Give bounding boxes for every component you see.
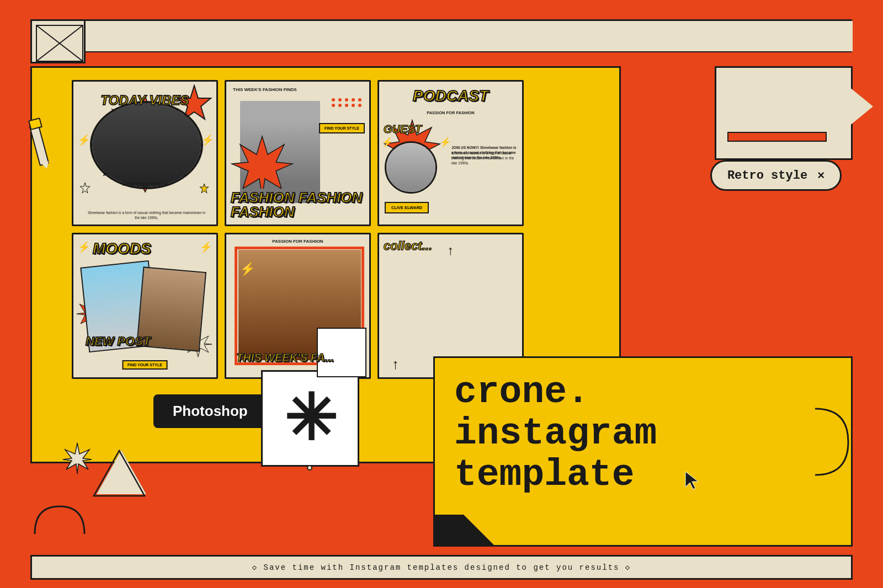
- card-5-text: This Week's Fa...: [236, 351, 334, 364]
- card-3-portrait: [385, 141, 437, 194]
- photoshop-button[interactable]: Photoshop: [153, 394, 267, 428]
- card-4-subtitle: NEW POST: [86, 334, 150, 349]
- photoshop-label: Photoshop: [173, 403, 248, 419]
- asterisk-box: ✳: [261, 370, 359, 467]
- asterisk-icon: ✳: [284, 387, 337, 450]
- card-4-badge: FIND YOUR STYLE: [122, 360, 168, 370]
- up-arrow-icon: ↑: [448, 243, 454, 258]
- card-2-badge: FIND YOUR STYLE: [319, 123, 365, 133]
- triangle-border-icon: [93, 450, 146, 497]
- dot: [338, 104, 342, 107]
- dot: [358, 98, 361, 101]
- card-3-name-badge: CLIVE ELWARD: [385, 202, 429, 213]
- starburst-fashion-icon: [229, 133, 295, 189]
- lightning-left-icon: ⚡: [78, 134, 90, 146]
- card-4-title: MOODS: [93, 240, 151, 258]
- svg-rect-14: [86, 21, 853, 51]
- small-dot-icon: [307, 465, 312, 471]
- dot: [358, 104, 361, 107]
- dot: [352, 98, 355, 101]
- dots-pattern: [332, 98, 363, 107]
- yellow-star-icon: [199, 183, 210, 194]
- card-3-passion: PASSION FOR FASHION: [427, 110, 475, 115]
- card-1-model-image: [90, 101, 203, 189]
- retro-style-badge[interactable]: Retro style ×: [710, 160, 842, 191]
- svg-marker-5: [80, 183, 90, 193]
- dot: [345, 104, 348, 107]
- brand-line3: template: [454, 455, 657, 496]
- lightning-moods-right-icon: ⚡: [200, 241, 212, 253]
- card-fashion: THIS WEEK'S FASHION FINDS FIND YOUR STYL…: [225, 80, 371, 226]
- svg-marker-7: [232, 136, 292, 189]
- card-3-guest: GUEST: [384, 123, 422, 136]
- dot: [338, 98, 342, 101]
- top-left-svg: [32, 21, 87, 65]
- brand-line1: crone.: [454, 372, 657, 413]
- card-2-week-label: THIS WEEK'S FASHION FINDS: [233, 87, 297, 93]
- lightning-guest-right-icon: ⚡: [440, 137, 451, 147]
- yellow-area-up-arrow-icon: ↑: [392, 356, 399, 373]
- card-2-fashion-text: FASHION FASHION FASHION: [231, 190, 369, 219]
- card-this-week: PASSION FOR FASHION ⚡ This Week's Fa...: [225, 233, 371, 379]
- card-podcast: PODCAST PASSION FOR FASHION GUEST ⚡ ⚡ JO…: [377, 80, 524, 226]
- dot: [345, 98, 348, 101]
- svg-marker-6: [200, 184, 209, 193]
- lightning-right-icon: ⚡: [201, 134, 214, 146]
- top-bar-decoration: [86, 21, 853, 51]
- chevron-right-icon: [843, 82, 873, 131]
- svg-marker-15: [63, 443, 92, 474]
- brand-line2: instagram: [454, 413, 657, 455]
- card-1-description: Streetwear fashion is a form of casual c…: [87, 211, 206, 220]
- dot: [352, 104, 355, 107]
- dot: [332, 104, 335, 107]
- lightning-guest-left-icon: ⚡: [382, 137, 393, 147]
- card-1-subtitle: FIND YOUR STYLE: [123, 181, 167, 187]
- card-1-title: TODAY VIBES: [100, 94, 189, 107]
- card-today-vibes: TODAY VIBES ⚡ ⚡ FIND YOUR STYLE Streetwe…: [72, 80, 218, 226]
- dot: [332, 98, 335, 101]
- card-5-passion: PASSION FOR FASHION: [272, 239, 323, 244]
- speech-corner-icon: [433, 515, 494, 545]
- white-starburst-yellow-icon: [61, 442, 94, 475]
- cursor-icon: [684, 471, 701, 490]
- bottom-bar: ◇ Save time with Instagram templates des…: [30, 555, 853, 580]
- top-left-icon: [30, 19, 86, 63]
- lightning-moods-left-icon: ⚡: [78, 241, 90, 253]
- right-arc-icon: [779, 406, 851, 478]
- bottom-text: ◇ Save time with Instagram templates des…: [252, 563, 631, 572]
- cards-grid: TODAY VIBES ⚡ ⚡ FIND YOUR STYLE Streetwe…: [72, 80, 546, 379]
- retro-style-text: Retro style: [727, 169, 807, 183]
- card-6-title: collect...: [384, 239, 432, 253]
- right-cream-box: [715, 66, 853, 160]
- retro-close-icon[interactable]: ×: [817, 168, 825, 183]
- brand-text: crone. instagram template: [454, 372, 657, 495]
- card-moods: ⚡ MOODS ⚡ NEW POST FIND YOUR STYLE: [72, 233, 218, 379]
- card-3-join-desc: Streetwear fashion is a form of casual c…: [451, 151, 518, 165]
- red-bar: [727, 132, 827, 142]
- arc-bottom-icon: [32, 504, 87, 534]
- lightning-week-icon: ⚡: [240, 262, 255, 276]
- card-3-title: PODCAST: [413, 87, 488, 105]
- svg-marker-13: [94, 451, 145, 496]
- white-star-icon: [79, 182, 91, 194]
